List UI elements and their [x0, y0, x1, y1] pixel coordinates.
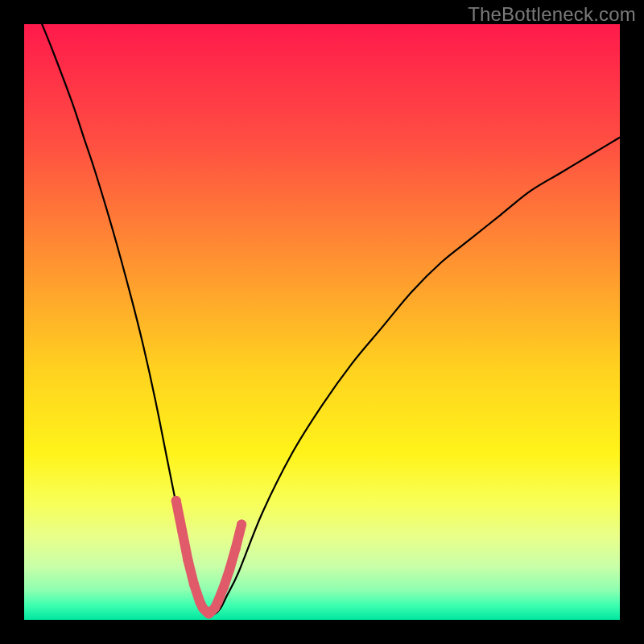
valley-marker [237, 520, 246, 530]
bottleneck-curve [42, 24, 620, 615]
watermark-text: TheBottleneck.com [468, 3, 636, 26]
valley-marker [231, 543, 241, 553]
plot-area [24, 24, 620, 620]
valley-marker [171, 496, 181, 506]
valley-marker [177, 526, 187, 535]
valley-marker [219, 582, 229, 592]
valley-marker [184, 555, 193, 565]
valley-marker [213, 597, 223, 607]
valley-marker [189, 580, 199, 589]
curve-layer [24, 24, 620, 620]
valley-markers [171, 496, 246, 619]
valley-marker [225, 564, 234, 574]
chart-frame: TheBottleneck.com [0, 0, 644, 644]
